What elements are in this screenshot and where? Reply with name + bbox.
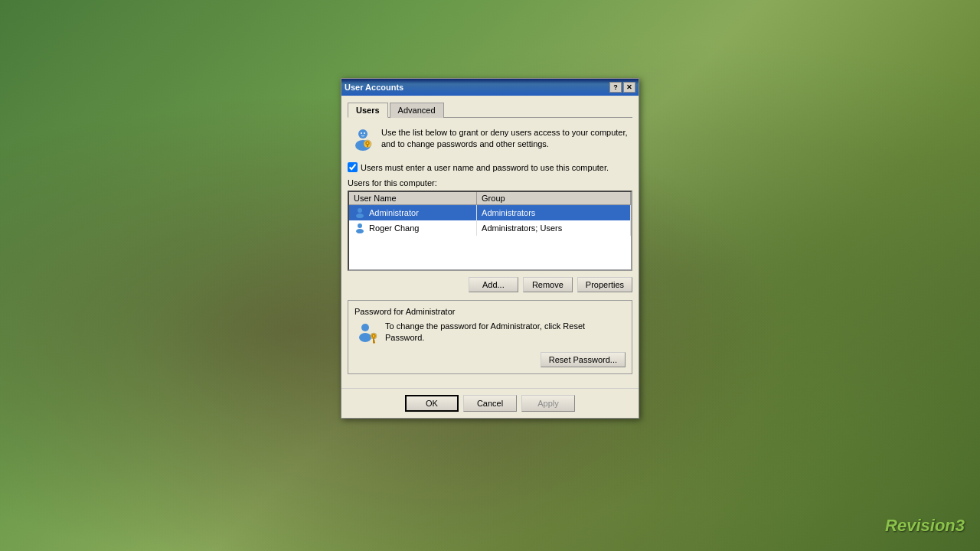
svg-point-0 xyxy=(358,129,368,139)
ok-button[interactable]: OK xyxy=(405,395,459,412)
cancel-button[interactable]: Cancel xyxy=(463,395,517,412)
checkbox-row: Users must enter a user name and passwor… xyxy=(348,162,632,172)
user-row-icon xyxy=(354,222,366,234)
user-action-buttons: Add... Remove Properties xyxy=(348,277,632,292)
user-name-cell: Administrator xyxy=(349,205,477,221)
username-text: Administrator xyxy=(369,208,419,217)
col-group: Group xyxy=(477,192,631,205)
reset-password-button[interactable]: Reset Password... xyxy=(541,352,626,367)
tab-users[interactable]: Users xyxy=(348,103,388,118)
table-row[interactable]: Roger Chang Administrators; Users xyxy=(349,220,631,236)
svg-point-7 xyxy=(358,208,362,213)
help-button[interactable]: ? xyxy=(609,82,622,93)
group-cell: Administrators; Users xyxy=(477,220,631,236)
password-description: To change the password for Administrator… xyxy=(385,321,626,344)
apply-button[interactable]: Apply xyxy=(521,395,575,412)
properties-button[interactable]: Properties xyxy=(577,277,632,292)
tab-advanced[interactable]: Advanced xyxy=(390,103,444,118)
users-table-container: User Name Group xyxy=(348,191,632,271)
svg-rect-17 xyxy=(373,342,375,344)
dialog-content: Users Advanced Use xyxy=(341,96,639,388)
user-row-icon xyxy=(354,207,366,219)
title-bar-controls: ? ✕ xyxy=(609,82,635,93)
password-section-title: Password for Administrator xyxy=(354,307,626,316)
close-button[interactable]: ✕ xyxy=(623,82,635,93)
title-bar: User Accounts ? ✕ xyxy=(341,79,639,96)
username-text: Roger Chang xyxy=(369,223,419,233)
svg-point-12 xyxy=(359,333,371,342)
col-username: User Name xyxy=(349,192,477,205)
password-icon xyxy=(354,321,379,345)
description-section: Use the list below to grant or deny user… xyxy=(348,124,632,155)
users-table: User Name Group xyxy=(349,192,631,236)
group-cell: Administrators xyxy=(477,205,631,221)
user-name-cell: Roger Chang xyxy=(349,220,477,236)
svg-point-5 xyxy=(361,132,362,134)
svg-point-6 xyxy=(364,132,365,134)
table-row[interactable]: Administrator Administrators xyxy=(349,205,631,221)
svg-point-13 xyxy=(371,333,377,339)
svg-point-8 xyxy=(356,214,364,218)
svg-point-9 xyxy=(358,223,362,228)
svg-rect-16 xyxy=(373,341,375,342)
svg-point-11 xyxy=(361,324,369,331)
watermark: Revision3 xyxy=(885,516,965,536)
description-text: Use the list below to grant or deny user… xyxy=(381,127,629,151)
tabs-container: Users Advanced xyxy=(348,102,632,118)
add-button[interactable]: Add... xyxy=(469,277,518,292)
footer-buttons: OK Cancel Apply xyxy=(341,388,639,418)
users-section-label: Users for this computer: xyxy=(348,178,632,187)
checkbox-label[interactable]: Users must enter a user name and passwor… xyxy=(361,163,609,172)
svg-point-10 xyxy=(356,229,364,233)
password-section: Password for Administrator xyxy=(348,300,632,374)
user-accounts-icon xyxy=(351,127,375,152)
dialog-title: User Accounts xyxy=(345,83,403,92)
user-accounts-dialog: User Accounts ? ✕ Users Advanced xyxy=(341,78,639,419)
must-enter-password-checkbox[interactable] xyxy=(348,162,358,172)
remove-button[interactable]: Remove xyxy=(523,277,573,292)
password-content: To change the password for Administrator… xyxy=(354,321,626,367)
